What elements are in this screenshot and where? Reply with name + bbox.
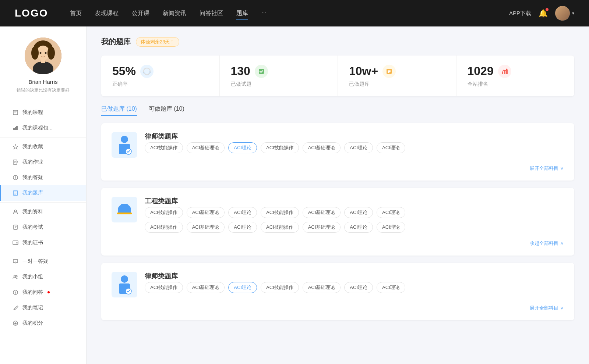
sidebar-item-homework[interactable]: 我的作业 — [0, 154, 86, 170]
group-icon — [12, 274, 19, 280]
star-icon — [12, 143, 19, 150]
svg-point-30 — [144, 68, 150, 75]
sidebar-item-group[interactable]: 我的小组 — [0, 269, 86, 285]
nav-link-open[interactable]: 公开课 — [132, 8, 149, 19]
exam-icon — [12, 224, 19, 231]
nav-link-home[interactable]: 首页 — [70, 8, 82, 19]
unread-dot — [47, 291, 50, 293]
app-download-button[interactable]: APP下载 — [509, 10, 531, 17]
bank-tag[interactable]: ACI技能操作 — [261, 207, 299, 218]
nav-link-news[interactable]: 新闻资讯 — [163, 8, 186, 19]
accuracy-icon — [140, 65, 154, 78]
tab-available[interactable]: 可做题库 (10) — [149, 105, 184, 116]
svg-rect-20 — [14, 225, 17, 229]
bank-title: 律师类题库 — [145, 132, 564, 141]
svg-rect-9 — [13, 110, 18, 115]
profile-avatar — [25, 38, 61, 74]
bank-icon-lawyer2 — [112, 272, 137, 297]
svg-rect-35 — [388, 72, 389, 73]
bank-tag[interactable]: ACI理论 — [377, 282, 405, 293]
sidebar-item-exam[interactable]: 我的考试 — [0, 220, 86, 235]
bank-card-header: 工程类题库 ACI技能操作 ACI基础理论 ACI理论 ACI技能操作 ACI基… — [112, 197, 564, 233]
stat-done-banks: 10w+ 已做题库 — [338, 56, 456, 96]
nav-logo[interactable]: LOGO — [15, 7, 48, 19]
bank-tag[interactable]: ACI基础理论 — [303, 222, 341, 233]
svg-rect-34 — [388, 71, 391, 72]
bank-tag[interactable]: ACI基础理论 — [303, 282, 341, 293]
bank-tag[interactable]: ACI理论 — [377, 207, 405, 218]
bank-tag[interactable]: ACI技能操作 — [145, 207, 183, 218]
bank-tag[interactable]: ACI基础理论 — [303, 207, 341, 218]
bank-info: 律师类题库 ACI技能操作 ACI基础理论 ACI理论 ACI技能操作 ACI基… — [145, 132, 564, 153]
bank-tag[interactable]: ACI基础理论 — [187, 282, 225, 293]
sidebar-item-profile[interactable]: 我的资料 — [0, 204, 86, 220]
sidebar-item-certificate[interactable]: 我的证书 — [0, 235, 86, 250]
nav-link-more[interactable]: ··· — [261, 8, 266, 19]
sidebar-item-label: 我的证书 — [22, 239, 43, 246]
bank-tag-active[interactable]: ACI理论 — [228, 282, 257, 293]
stat-accuracy: 55% 正确率 — [101, 56, 220, 96]
bank-footer: 展开全部科目 ∨ — [112, 165, 564, 172]
sidebar-item-tutoring[interactable]: 一对一答疑 — [0, 254, 86, 269]
nav-link-qa[interactable]: 问答社区 — [200, 8, 223, 19]
svg-rect-12 — [13, 128, 15, 130]
bank-tag[interactable]: ACI技能操作 — [261, 142, 299, 153]
bank-tag[interactable]: ACI理论 — [344, 142, 373, 153]
stat-value: 55% — [112, 64, 136, 78]
page-header: 我的题库 体验剩余23天！ — [101, 37, 574, 47]
bank-tag[interactable]: ACI基础理论 — [187, 222, 225, 233]
sidebar-item-label: 我的课程包... — [22, 125, 53, 131]
sidebar-item-question-bank[interactable]: 我的题库 — [0, 185, 86, 201]
bank-tag[interactable]: ACI理论 — [228, 207, 257, 218]
bank-tag-active[interactable]: ACI理论 — [228, 142, 257, 153]
collapse-link[interactable]: 收起全部科目 ∧ — [530, 240, 564, 247]
questions-icon — [255, 65, 268, 78]
svg-point-27 — [15, 293, 16, 294]
sidebar-item-label: 我的作业 — [22, 159, 43, 165]
bank-card-2: 工程类题库 ACI技能操作 ACI基础理论 ACI理论 ACI技能操作 ACI基… — [101, 188, 574, 256]
bank-tag[interactable]: ACI技能操作 — [261, 222, 299, 233]
bank-tag[interactable]: ACI基础理论 — [187, 142, 225, 153]
bank-info: 工程类题库 ACI技能操作 ACI基础理论 ACI理论 ACI技能操作 ACI基… — [145, 197, 564, 233]
sidebar-item-label: 我的题库 — [22, 190, 43, 196]
user-avatar-dropdown[interactable]: ▾ — [555, 6, 574, 21]
tab-done[interactable]: 已做题库 (10) — [101, 105, 137, 116]
sidebar-item-points[interactable]: 我的积分 — [0, 315, 86, 331]
bank-tag[interactable]: ACI技能操作 — [261, 282, 299, 293]
stat-top: 130 — [231, 64, 327, 78]
sidebar-item-course-packages[interactable]: 我的课程包... — [0, 120, 86, 136]
bank-tag[interactable]: ACI理论 — [344, 207, 373, 218]
bank-tag[interactable]: ACI基础理论 — [187, 207, 225, 218]
expand-link[interactable]: 展开全部科目 ∨ — [530, 165, 564, 172]
banks-icon — [382, 65, 396, 78]
bank-tag[interactable]: ACI理论 — [377, 222, 405, 233]
bank-tag[interactable]: ACI技能操作 — [145, 222, 183, 233]
sidebar-item-label: 我的积分 — [22, 320, 43, 326]
expand-link-2[interactable]: 展开全部科目 ∨ — [530, 305, 564, 311]
avatar — [555, 6, 570, 21]
profile-motto: 错误的决定比没有决定要好 — [7, 87, 79, 93]
notification-bell[interactable]: 🔔 — [539, 9, 548, 18]
nav-link-quiz[interactable]: 题库 — [236, 8, 248, 19]
bank-tag[interactable]: ACI技能操作 — [145, 142, 183, 153]
navbar: LOGO 首页 发现课程 公开课 新闻资讯 问答社区 题库 ··· APP下载 … — [0, 0, 589, 26]
bank-title: 工程类题库 — [145, 197, 564, 206]
sidebar-item-favorites[interactable]: 我的收藏 — [0, 139, 86, 154]
bank-tag[interactable]: ACI理论 — [377, 142, 405, 153]
sidebar-item-my-questions[interactable]: 我的问答 — [0, 285, 86, 300]
sidebar-item-my-courses[interactable]: 我的课程 — [0, 105, 86, 120]
svg-point-4 — [47, 46, 55, 60]
sidebar-item-notes[interactable]: 我的笔记 — [0, 300, 86, 315]
bank-tag[interactable]: ACI理论 — [228, 222, 257, 233]
bank-tag[interactable]: ACI理论 — [344, 222, 373, 233]
sidebar-item-questions[interactable]: 我的答疑 — [0, 170, 86, 185]
divider — [0, 202, 86, 203]
nav-link-discover[interactable]: 发现课程 — [95, 8, 119, 19]
stat-value: 1029 — [468, 64, 494, 78]
bank-tag[interactable]: ACI理论 — [344, 282, 373, 293]
stat-top: 55% — [112, 64, 208, 78]
svg-point-39 — [121, 136, 128, 143]
bank-tag[interactable]: ACI技能操作 — [145, 282, 183, 293]
bank-tag[interactable]: ACI基础理论 — [303, 142, 341, 153]
bank-icon-lawyer — [112, 132, 137, 158]
